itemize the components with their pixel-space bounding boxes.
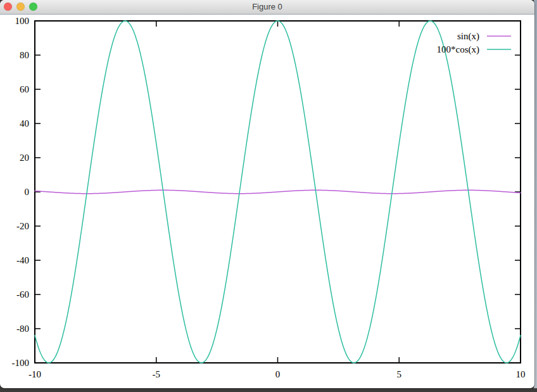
desktop-background-bottom bbox=[0, 388, 537, 392]
y-tick-label: -20 bbox=[16, 221, 29, 231]
chart-canvas: -10-50510100806040200-20-40-60-80-100sin… bbox=[0, 14, 534, 388]
curve-sin bbox=[35, 190, 521, 193]
x-tick-label: -10 bbox=[28, 369, 41, 379]
legend-label-sin: sin(x) bbox=[457, 31, 479, 42]
legend-label-cos: 100*cos(x) bbox=[437, 44, 480, 55]
x-tick-label: 0 bbox=[275, 369, 281, 379]
y-tick-label: -100 bbox=[12, 358, 30, 368]
y-tick-label: -80 bbox=[16, 324, 29, 334]
y-tick-label: 20 bbox=[20, 153, 29, 163]
y-tick-label: -40 bbox=[16, 255, 29, 265]
x-tick-label: -5 bbox=[153, 369, 161, 379]
y-tick-label: -60 bbox=[16, 289, 29, 300]
y-tick-label: 0 bbox=[25, 187, 30, 197]
y-tick-label: 60 bbox=[20, 84, 29, 94]
y-tick-label: 80 bbox=[20, 50, 29, 60]
figure-window: Figure 0 -10-50510100806040200-20-40-60-… bbox=[0, 0, 534, 388]
y-tick-label: 100 bbox=[15, 16, 30, 26]
y-tick-label: 40 bbox=[20, 118, 29, 129]
titlebar[interactable]: Figure 0 bbox=[0, 0, 534, 15]
x-tick-label: 10 bbox=[516, 369, 526, 379]
window-title: Figure 0 bbox=[0, 0, 534, 14]
x-tick-label: 5 bbox=[397, 369, 402, 379]
plot-area: -10-50510100806040200-20-40-60-80-100sin… bbox=[0, 14, 534, 388]
